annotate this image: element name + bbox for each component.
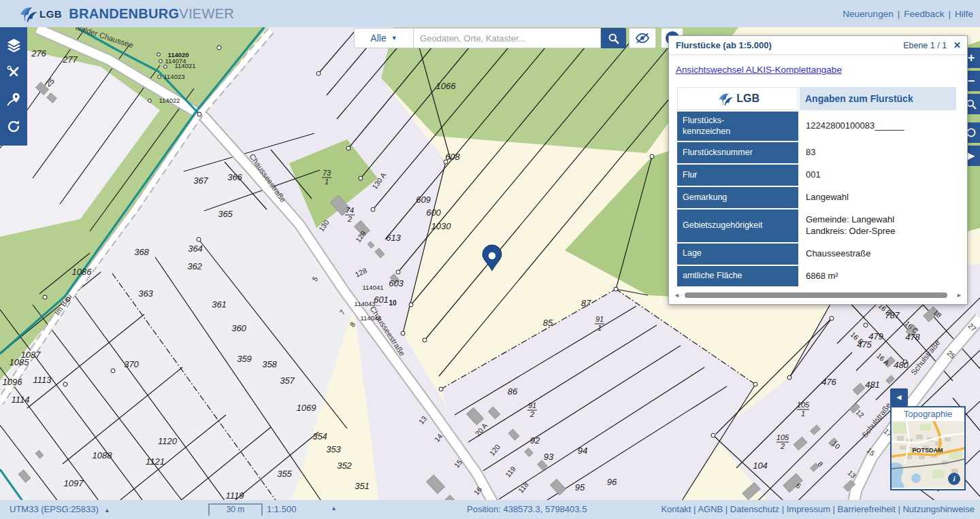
search-input[interactable]: [414, 28, 601, 48]
crs-label: UTM33 (EPSG:25833): [10, 504, 99, 514]
map-label: 91: [595, 315, 604, 323]
minimap-info-button[interactable]: i: [948, 473, 960, 485]
map-label: 476: [821, 377, 836, 387]
map-label: 1069: [297, 403, 316, 413]
link-impressum[interactable]: Impressum: [787, 504, 830, 514]
eye-slash-icon: [635, 32, 650, 44]
row-label: Flurstücksnummer: [677, 142, 798, 163]
map-label: 481: [865, 380, 880, 390]
chevron-down-icon: ▼: [391, 35, 397, 41]
measure-route-button[interactable]: [0, 86, 27, 113]
row-label: amtliche Fläche: [677, 266, 798, 287]
map-label: 95: [575, 482, 585, 492]
row-label: Flurstücks- kennzeichen: [677, 112, 798, 141]
lgb-logo-icon-small: [716, 90, 734, 107]
search-filter-dropdown[interactable]: Alle ▼: [354, 28, 414, 48]
map-label: 114022: [159, 97, 180, 104]
link-hilfe[interactable]: Hilfe: [955, 9, 973, 19]
scale-ratio: 1:1.500: [267, 504, 296, 514]
link-separator: |: [898, 9, 900, 19]
map-label: 1: [598, 324, 602, 332]
map-label: 96: [607, 477, 617, 487]
header-links: Neuerungen | Feedback | Hilfe: [843, 0, 973, 27]
map-label: 91: [528, 401, 536, 409]
link-neuerungen[interactable]: Neuerungen: [843, 9, 893, 19]
status-bar: UTM33 (EPSG:25833)▲ 30 m 1:1.500 ▲ Posit…: [0, 500, 980, 519]
map-label: 352: [337, 461, 352, 471]
scrollbar-track[interactable]: [682, 292, 954, 299]
cursor-position: Position: 438573.3, 5798403.5: [467, 504, 587, 514]
scrollbar-thumb[interactable]: [685, 292, 947, 298]
brandenburg-viewer-app: 2762772536736636536836436236336136010863…: [0, 0, 980, 519]
link-feedback[interactable]: Feedback: [904, 9, 944, 19]
table-header-cell: Angaben zum Flurstück: [800, 87, 956, 110]
table-logo-cell: LGB: [677, 87, 798, 110]
map-label: 277: [62, 54, 78, 65]
arrow-left-icon: ◄: [895, 392, 903, 402]
scale-selector-icon[interactable]: ▲: [331, 505, 337, 512]
link-separator: |: [779, 504, 787, 514]
map-label: 359: [237, 354, 252, 364]
map-label: 1086: [72, 267, 93, 277]
tools-icon: [6, 65, 21, 80]
link-barrierefreiheit[interactable]: Barrierefreiheit: [838, 504, 896, 514]
row-value: Chausseestraße: [800, 244, 956, 265]
map-label: 94: [578, 446, 587, 456]
minimap-collapse-button[interactable]: ◄: [890, 388, 908, 406]
tools-button[interactable]: [0, 58, 27, 86]
map-label: 1: [325, 178, 329, 186]
close-icon[interactable]: ✕: [953, 40, 961, 50]
row-value: 001: [800, 165, 956, 186]
row-value: Langewahl: [800, 187, 956, 208]
scale-bar: 30 m: [208, 503, 263, 516]
scale-bar-label: 30 m: [227, 505, 245, 514]
map-label: 1030: [431, 221, 452, 231]
table-row: amtliche Fläche6868 m²: [677, 266, 956, 287]
panel-scrollbar: ◄ ►: [672, 292, 964, 299]
map-label: 351: [355, 481, 370, 491]
route-pin-icon: [6, 92, 21, 107]
map-label: 363: [138, 288, 153, 299]
map-label: 86: [508, 386, 518, 397]
table-row: Flurstücksnummer83: [677, 142, 956, 163]
map-label: 92: [530, 435, 540, 446]
svg-text:POTSDAM: POTSDAM: [913, 447, 943, 454]
info-icon: i: [953, 475, 955, 483]
row-label: Gemarkung: [677, 187, 798, 208]
layers-button[interactable]: [0, 31, 27, 58]
search-submit-button[interactable]: [601, 28, 626, 48]
footer-links: Kontakt | AGNB | Datenschutz | Impressum…: [661, 504, 975, 514]
tool-sidebar: [0, 27, 27, 146]
map-label: 1096: [3, 377, 23, 387]
link-agnb[interactable]: AGNB: [698, 504, 723, 514]
scroll-right-icon[interactable]: ►: [954, 292, 964, 299]
map-label: 609: [416, 195, 431, 205]
map-label: 370: [124, 359, 139, 369]
link-nutzungshinweise[interactable]: Nutzungshinweise: [902, 504, 975, 514]
map-label: 1097: [64, 478, 84, 488]
table-row: LageChausseestraße: [677, 244, 956, 265]
toggle-visibility-button[interactable]: [629, 28, 656, 48]
flurstueck-table: LGB Angaben zum Flurstück Flurstücks- ke…: [676, 86, 958, 288]
row-value: 6868 m²: [800, 266, 956, 287]
scroll-left-icon[interactable]: ◄: [672, 292, 682, 299]
map-label: 608: [445, 152, 460, 162]
map-label: 362: [187, 261, 202, 271]
search-filter-label: Alle: [370, 33, 386, 44]
link-separator: |: [691, 504, 698, 514]
map-label: 73: [323, 169, 331, 177]
panel-title: Flurstücke (ab 1:5.000): [676, 40, 903, 50]
refresh-icon: [6, 119, 21, 134]
map-label: 10: [389, 299, 397, 307]
overview-minimap[interactable]: Topographie POTSDAM i: [890, 406, 966, 490]
map-label: 480: [894, 360, 909, 370]
panel-layer-pager[interactable]: Ebene 1 / 1: [903, 41, 947, 50]
map-label: 1066: [436, 81, 457, 91]
map-label: 353: [326, 444, 341, 454]
refresh-button[interactable]: [0, 113, 27, 140]
link-datenschutz[interactable]: Datenschutz: [730, 504, 779, 514]
link-kontakt[interactable]: Kontakt: [661, 504, 691, 514]
alkis-view-switch-link[interactable]: Ansichtswechsel ALKIS-Komplettangabe: [676, 65, 842, 75]
map-label: 368: [134, 247, 149, 257]
crs-selector[interactable]: UTM33 (EPSG:25833)▲: [10, 504, 110, 514]
